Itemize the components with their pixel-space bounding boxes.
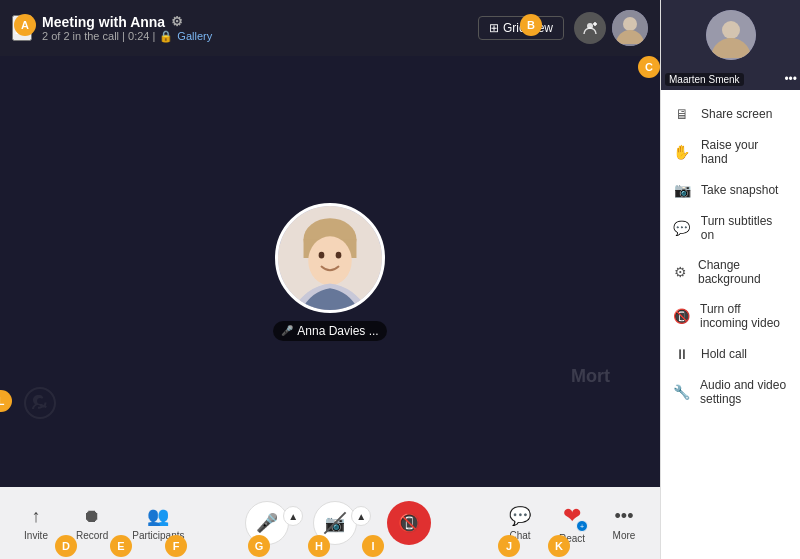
mic-group: 🎤 ▲ <box>245 501 303 545</box>
settings-icon[interactable]: ⚙ <box>171 14 183 29</box>
react-heart: ❤ + <box>558 502 586 530</box>
skype-watermark <box>20 383 60 427</box>
react-badge: + <box>576 520 588 532</box>
invite-icon: ↑ <box>32 506 41 527</box>
av-settings-icon: 🔧 <box>673 384 690 400</box>
background-icon: ⚙ <box>673 264 688 280</box>
user-avatar[interactable] <box>612 10 648 46</box>
participant-name: Anna Davies ... <box>297 324 378 338</box>
chat-icon: 💬 <box>509 505 531 527</box>
snapshot-label: Take snapshot <box>701 183 778 197</box>
raise-hand-item[interactable]: ✋ Raise your hand <box>661 130 800 174</box>
meeting-info: Meeting with Anna ⚙ 2 of 2 in the call |… <box>42 14 212 43</box>
call-container: ☰ Meeting with Anna ⚙ 2 of 2 in the call… <box>0 0 660 559</box>
add-people-button[interactable] <box>574 12 606 44</box>
toolbar: D E F G H I J K ↑ Invite ⏺ Record 👥 Part… <box>0 487 660 559</box>
header-right: ⊞ Grid view <box>478 10 648 46</box>
background-label: Change background <box>698 258 788 286</box>
toolbar-center: 🎤 ▲ 📷 ▲ 📵 <box>195 501 495 545</box>
thumb-avatar <box>706 10 756 60</box>
hold-call-label: Hold call <box>701 347 747 361</box>
lock-icon: 🔒 <box>159 30 173 43</box>
camera-button[interactable]: 📷 <box>313 501 357 545</box>
chat-button[interactable]: 💬 Chat <box>494 499 546 547</box>
raise-hand-icon: ✋ <box>673 144 691 160</box>
end-call-icon: 📵 <box>398 512 420 534</box>
subtitle-text: 2 of 2 in the call | 0:24 | <box>42 30 155 42</box>
video-circle <box>275 203 385 313</box>
annotation-c: C <box>638 56 660 78</box>
participant-thumbnail: Maarten Smenk ••• <box>661 0 800 90</box>
svg-point-4 <box>623 17 637 31</box>
raise-hand-label: Raise your hand <box>701 138 788 166</box>
end-call-button[interactable]: 📵 <box>387 501 431 545</box>
av-settings-item[interactable]: 🔧 Audio and video settings <box>661 370 800 414</box>
more-menu: 🖥 Share screen ✋ Raise your hand 📷 Take … <box>661 90 800 559</box>
more-label: More <box>613 530 636 541</box>
svg-point-10 <box>336 251 342 258</box>
hamburger-button[interactable]: ☰ <box>12 15 32 41</box>
grid-view-label: Grid view <box>503 21 553 35</box>
avatar-group <box>574 10 648 46</box>
share-screen-label: Share screen <box>701 107 772 121</box>
gallery-label[interactable]: Gallery <box>177 30 212 42</box>
background-item[interactable]: ⚙ Change background <box>661 250 800 294</box>
svg-point-12 <box>722 21 740 39</box>
camera-group: 📷 ▲ <box>313 501 371 545</box>
chat-label: Chat <box>509 530 530 541</box>
svg-point-8 <box>308 236 351 285</box>
share-screen-item[interactable]: 🖥 Share screen <box>661 98 800 130</box>
video-main: C <box>0 56 660 487</box>
react-button[interactable]: ❤ + React <box>550 496 594 550</box>
record-button[interactable]: ⏺ Record <box>66 500 118 547</box>
right-panel: L Maarten Smenk ••• 🖥 Share screen ✋ Rai… <box>660 0 800 559</box>
hold-call-icon: ⏸ <box>673 346 691 362</box>
invite-button[interactable]: ↑ Invite <box>10 500 62 547</box>
camera-icon: 📷 <box>325 514 345 533</box>
incoming-video-item[interactable]: 📵 Turn off incoming video <box>661 294 800 338</box>
mic-button[interactable]: 🎤 <box>245 501 289 545</box>
participants-button[interactable]: 👥 Participants <box>122 499 194 547</box>
mort-label: Mort <box>571 366 610 387</box>
participants-label: Participants <box>132 530 184 541</box>
snapshot-icon: 📷 <box>673 182 691 198</box>
av-settings-label: Audio and video settings <box>700 378 788 406</box>
react-label: React <box>559 533 585 544</box>
share-screen-icon: 🖥 <box>673 106 691 122</box>
incoming-video-icon: 📵 <box>673 308 690 324</box>
right-panel-top: Maarten Smenk ••• <box>661 0 800 90</box>
record-icon: ⏺ <box>83 506 101 527</box>
meeting-title-text: Meeting with Anna <box>42 14 165 30</box>
participant-options-button[interactable]: ••• <box>784 72 797 86</box>
snapshot-item[interactable]: 📷 Take snapshot <box>661 174 800 206</box>
invite-label: Invite <box>24 530 48 541</box>
more-icon: ••• <box>615 506 634 527</box>
meeting-title: Meeting with Anna ⚙ <box>42 14 212 30</box>
camera-chevron-button[interactable]: ▲ <box>351 506 371 526</box>
subtitles-icon: 💬 <box>673 220 691 236</box>
record-label: Record <box>76 530 108 541</box>
svg-point-9 <box>319 251 325 258</box>
toolbar-right: 💬 Chat ❤ + React ••• More <box>494 496 650 550</box>
participant-label: 🎤 Anna Davies ... <box>273 321 386 341</box>
header: ☰ Meeting with Anna ⚙ 2 of 2 in the call… <box>0 0 660 56</box>
mic-chevron-button[interactable]: ▲ <box>283 506 303 526</box>
mic-off-icon: 🎤 <box>281 325 293 336</box>
subtitles-label: Turn subtitles on <box>701 214 788 242</box>
header-left: ☰ Meeting with Anna ⚙ 2 of 2 in the call… <box>12 14 212 43</box>
hold-call-item[interactable]: ⏸ Hold call <box>661 338 800 370</box>
subtitles-item[interactable]: 💬 Turn subtitles on <box>661 206 800 250</box>
incoming-video-label: Turn off incoming video <box>700 302 788 330</box>
grid-view-button[interactable]: ⊞ Grid view <box>478 16 564 40</box>
participant-video: 🎤 Anna Davies ... <box>273 203 386 341</box>
sidebar-participant-name: Maarten Smenk <box>665 73 744 86</box>
meeting-subtitle: 2 of 2 in the call | 0:24 | 🔒 Gallery <box>42 30 212 43</box>
toolbar-left: ↑ Invite ⏺ Record 👥 Participants <box>10 499 195 547</box>
more-button[interactable]: ••• More <box>598 500 650 547</box>
participants-icon: 👥 <box>147 505 169 527</box>
grid-icon: ⊞ <box>489 21 499 35</box>
